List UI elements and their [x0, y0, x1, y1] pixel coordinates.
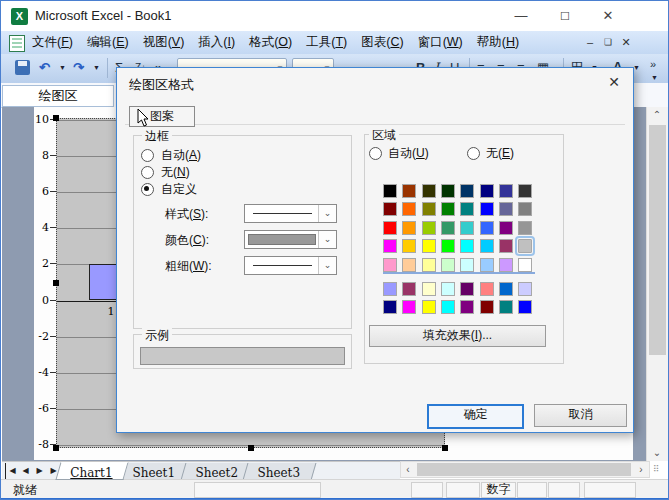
palette-swatch-1-0[interactable]	[383, 202, 397, 216]
undo-dropdown-icon[interactable]: ▼	[59, 58, 66, 78]
close-icon[interactable]: ✕	[593, 7, 623, 25]
palette-swatch-3-1[interactable]	[402, 239, 416, 253]
menu-item-1[interactable]: 编辑(E)	[80, 31, 136, 53]
scroll-right-icon[interactable]: ›	[634, 462, 648, 477]
border-custom-radio[interactable]	[141, 183, 154, 196]
palette-swatch-0-3[interactable]	[441, 184, 455, 198]
palette-swatch-2-6[interactable]	[499, 221, 513, 235]
palette-swatch-5-2[interactable]	[422, 282, 436, 296]
palette-swatch-1-7[interactable]	[518, 202, 532, 216]
palette-swatch-6-7[interactable]	[518, 300, 532, 314]
border-auto-radio[interactable]	[141, 149, 154, 162]
border-auto-label[interactable]: 自动(A)	[161, 148, 201, 162]
palette-swatch-2-3[interactable]	[441, 221, 455, 235]
selection-handle[interactable]	[442, 445, 448, 451]
palette-swatch-1-6[interactable]	[499, 202, 513, 216]
palette-swatch-1-5[interactable]	[480, 202, 494, 216]
ok-button[interactable]: 确定	[427, 404, 524, 429]
selection-handle[interactable]	[248, 445, 254, 451]
palette-swatch-5-0[interactable]	[383, 282, 397, 296]
palette-swatch-4-6[interactable]	[499, 258, 513, 272]
palette-swatch-2-1[interactable]	[402, 221, 416, 235]
selection-handle[interactable]	[53, 445, 59, 451]
fill-effects-button[interactable]: 填充效果(I)...	[369, 325, 546, 347]
palette-swatch-0-5[interactable]	[480, 184, 494, 198]
palette-swatch-2-0[interactable]	[383, 221, 397, 235]
palette-swatch-1-4[interactable]	[460, 202, 474, 216]
palette-swatch-5-3[interactable]	[441, 282, 455, 296]
palette-swatch-3-7[interactable]	[518, 239, 532, 253]
palette-swatch-5-4[interactable]	[460, 282, 474, 296]
palette-swatch-5-5[interactable]	[480, 282, 494, 296]
resize-grip-icon[interactable]: ⠿	[653, 464, 665, 476]
sheet-tab-chart1[interactable]: Chart1	[55, 462, 128, 480]
selection-handle[interactable]	[53, 280, 59, 286]
palette-swatch-4-4[interactable]	[460, 258, 474, 272]
minimize-icon[interactable]: —	[506, 7, 536, 25]
style-combo[interactable]: ⌄	[244, 204, 337, 223]
scroll-down-icon[interactable]: ⌄	[647, 445, 667, 461]
area-auto-label[interactable]: 自动(U)	[388, 146, 429, 160]
maximize-icon[interactable]: ☐	[550, 7, 580, 25]
palette-swatch-1-1[interactable]	[402, 202, 416, 216]
scroll-up-icon[interactable]: ⌃	[647, 107, 667, 123]
prev-sheet-icon[interactable]: ◀	[19, 463, 32, 479]
chevron-down-icon[interactable]: ⌄	[318, 205, 336, 222]
undo-icon[interactable]: ↶	[39, 58, 50, 78]
next-sheet-icon[interactable]: ▶	[33, 463, 46, 479]
palette-swatch-4-0[interactable]	[383, 258, 397, 272]
palette-swatch-6-4[interactable]	[460, 300, 474, 314]
palette-swatch-2-5[interactable]	[480, 221, 494, 235]
menu-item-8[interactable]: 帮助(H)	[470, 31, 526, 53]
border-custom-label[interactable]: 自定义	[161, 182, 197, 196]
font-color-dropdown-icon[interactable]: ▼	[633, 58, 640, 78]
menu-item-6[interactable]: 图表(C)	[354, 31, 410, 53]
dialog-close-icon[interactable]: ✕	[603, 72, 625, 92]
horizontal-scroll-thumb[interactable]	[417, 463, 631, 476]
area-auto-radio[interactable]	[369, 147, 382, 160]
menu-item-7[interactable]: 窗口(W)	[411, 31, 470, 53]
vertical-scroll-thumb[interactable]	[649, 125, 666, 355]
border-none-radio[interactable]	[141, 166, 154, 179]
menu-item-2[interactable]: 视图(V)	[136, 31, 192, 53]
selection-handle[interactable]	[53, 115, 59, 121]
palette-swatch-6-2[interactable]	[422, 300, 436, 314]
child-restore-icon[interactable]: ❏	[600, 35, 616, 49]
palette-swatch-3-6[interactable]	[499, 239, 513, 253]
palette-swatch-3-0[interactable]	[383, 239, 397, 253]
redo-icon[interactable]: ↷	[73, 58, 84, 78]
menu-item-4[interactable]: 格式(O)	[242, 31, 299, 53]
palette-swatch-0-6[interactable]	[499, 184, 513, 198]
palette-swatch-0-4[interactable]	[460, 184, 474, 198]
palette-swatch-4-5[interactable]	[480, 258, 494, 272]
color-combo[interactable]: ⌄	[244, 230, 337, 249]
palette-swatch-4-7[interactable]	[518, 258, 532, 272]
palette-swatch-4-1[interactable]	[402, 258, 416, 272]
palette-swatch-1-2[interactable]	[422, 202, 436, 216]
area-none-radio[interactable]	[467, 147, 480, 160]
palette-swatch-1-3[interactable]	[441, 202, 455, 216]
menu-item-3[interactable]: 插入(I)	[191, 31, 242, 53]
chevron-down-icon[interactable]: ⌄	[318, 257, 336, 274]
chevron-down-icon[interactable]: ⌄	[318, 231, 336, 248]
palette-swatch-3-5[interactable]	[480, 239, 494, 253]
child-close-icon[interactable]: ✕	[618, 35, 634, 49]
name-box[interactable]: 绘图区	[2, 85, 114, 107]
palette-swatch-6-0[interactable]	[383, 300, 397, 314]
first-sheet-icon[interactable]: ◀	[5, 463, 19, 479]
palette-swatch-5-6[interactable]	[499, 282, 513, 296]
sheet-tab-sheet3[interactable]: Sheet3	[243, 463, 316, 480]
palette-swatch-5-7[interactable]	[518, 282, 532, 296]
palette-swatch-4-2[interactable]	[422, 258, 436, 272]
menu-item-5[interactable]: 工具(T)	[299, 31, 354, 53]
palette-swatch-0-7[interactable]	[518, 184, 532, 198]
palette-swatch-3-3[interactable]	[441, 239, 455, 253]
palette-swatch-6-6[interactable]	[499, 300, 513, 314]
palette-swatch-6-3[interactable]	[441, 300, 455, 314]
cancel-button[interactable]: 取消	[534, 404, 627, 427]
scroll-left-icon[interactable]: ‹	[401, 462, 415, 477]
palette-swatch-3-4[interactable]	[460, 239, 474, 253]
palette-swatch-6-5[interactable]	[480, 300, 494, 314]
palette-swatch-5-1[interactable]	[402, 282, 416, 296]
weight-combo[interactable]: ⌄	[244, 256, 337, 275]
